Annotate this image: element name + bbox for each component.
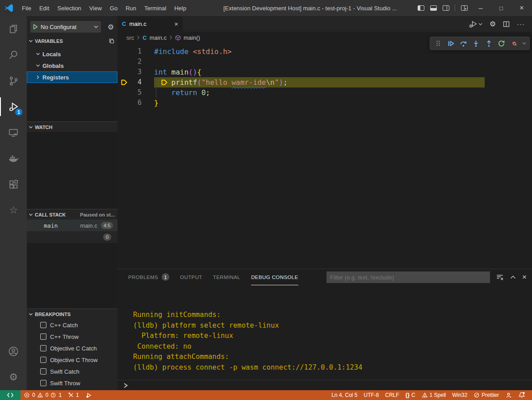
maximize-panel-chevron-icon[interactable]: [510, 275, 516, 279]
step-out-button[interactable]: [483, 38, 494, 49]
menu-help[interactable]: Help: [170, 0, 190, 16]
toggle-panel-icon[interactable]: [427, 0, 440, 16]
debug-session-chevron-icon[interactable]: [521, 42, 527, 45]
restart-button[interactable]: [496, 38, 507, 49]
line-number[interactable]: 1: [117, 46, 142, 57]
debug-status-icon[interactable]: [82, 390, 95, 400]
menu-file[interactable]: File: [18, 0, 35, 16]
step-into-button[interactable]: [470, 38, 482, 49]
code-line[interactable]: 3int main(){: [117, 67, 532, 77]
line-number[interactable]: 2: [117, 57, 142, 67]
filter-input[interactable]: [330, 274, 486, 281]
toggle-sidebar-icon[interactable]: [415, 0, 427, 16]
explorer-icon[interactable]: [0, 16, 27, 42]
split-editor-icon[interactable]: [503, 21, 510, 27]
copy-value-icon[interactable]: [109, 38, 115, 44]
panel-tab-problems[interactable]: PROBLEMS1: [128, 269, 169, 285]
breakpoint-item[interactable]: Objective C Catch: [27, 342, 117, 354]
menu-terminal[interactable]: Terminal: [140, 0, 170, 16]
breadcrumb-symbol[interactable]: main(): [184, 34, 200, 41]
panel-tab-output[interactable]: OUTPUT: [180, 269, 202, 285]
disconnect-button[interactable]: [509, 38, 520, 49]
feedback-icon[interactable]: [502, 392, 515, 399]
search-icon[interactable]: [0, 42, 27, 68]
more-actions-icon[interactable]: ···: [517, 20, 525, 28]
code-line[interactable]: 4 printf("hello wamr-ide\n");: [117, 77, 532, 88]
breakpoint-item[interactable]: Swift Throw: [27, 377, 117, 389]
console-filter-box[interactable]: [327, 271, 490, 283]
breakpoint-checkbox[interactable]: [40, 345, 46, 351]
language-mode[interactable]: {} C: [402, 392, 419, 398]
platform-target[interactable]: Win32: [449, 392, 470, 398]
breakpoint-checkbox[interactable]: [40, 333, 46, 340]
line-number[interactable]: 5: [117, 88, 142, 98]
settings-gear-icon[interactable]: ⚙: [0, 364, 27, 390]
problems-status[interactable]: 0 0 1: [21, 390, 65, 400]
watch-section-header[interactable]: WATCH: [27, 121, 117, 132]
menu-edit[interactable]: Edit: [35, 0, 53, 16]
menu-run[interactable]: Run: [121, 0, 140, 16]
toolbar-grip-icon[interactable]: [432, 38, 444, 49]
menu-go[interactable]: Go: [106, 0, 121, 16]
code-line[interactable]: 2: [117, 57, 532, 67]
formatter-status[interactable]: Prettier: [470, 392, 502, 398]
panel-tab-terminal[interactable]: TERMINAL: [213, 269, 240, 285]
breakpoint-checkbox[interactable]: [40, 357, 46, 363]
breakpoint-item[interactable]: C++ Throw: [27, 331, 117, 342]
account-icon[interactable]: [0, 338, 27, 364]
close-button[interactable]: ×: [511, 0, 532, 16]
cursor-position[interactable]: Ln 4, Col 5: [328, 392, 360, 398]
step-over-button[interactable]: [458, 38, 469, 49]
session-row[interactable]: 0: [27, 231, 117, 243]
breakpoint-item[interactable]: Objective C Throw: [27, 354, 117, 366]
tab-main-c[interactable]: C main.c ×: [117, 16, 183, 32]
close-panel-icon[interactable]: ×: [522, 273, 527, 282]
docker-icon[interactable]: [0, 146, 27, 171]
customize-layout-icon[interactable]: [458, 0, 470, 16]
editor-gear-icon[interactable]: ⚙: [490, 20, 496, 28]
panel-tab-debug-console[interactable]: DEBUG CONSOLE: [251, 269, 298, 285]
line-number[interactable]: 3: [117, 67, 142, 77]
breakpoint-item[interactable]: Swift Catch: [27, 366, 117, 377]
breakpoint-item[interactable]: C++ Catch: [27, 319, 117, 331]
menu-selection[interactable]: Selection: [53, 0, 85, 16]
debug-console-input[interactable]: [117, 380, 532, 390]
extensions-icon[interactable]: [0, 171, 27, 197]
variables-scope-globals[interactable]: Globals: [27, 60, 117, 71]
variables-scope-locals[interactable]: Locals: [27, 48, 117, 60]
stack-frame-row[interactable]: main main.c 4:5: [27, 220, 117, 231]
run-or-debug-button[interactable]: ⚙: [471, 21, 482, 27]
clear-console-icon[interactable]: [496, 274, 504, 281]
tab-close-icon[interactable]: ×: [174, 20, 178, 28]
variables-scope-registers[interactable]: Registers: [27, 71, 117, 83]
breakpoint-checkbox[interactable]: [40, 368, 46, 375]
breakpoint-checkbox[interactable]: [40, 322, 46, 328]
code-editor[interactable]: 1#include <stdio.h>23int main(){4 printf…: [117, 43, 532, 269]
notifications-bell-icon[interactable]: [515, 392, 528, 399]
menu-view[interactable]: View: [85, 0, 106, 16]
minimize-button[interactable]: ─: [470, 0, 491, 16]
variables-section-header[interactable]: VARIABLES: [27, 36, 117, 46]
encoding[interactable]: UTF-8: [360, 392, 382, 398]
eol-sequence[interactable]: CRLF: [382, 392, 402, 398]
favorites-star-icon[interactable]: ☆: [0, 197, 27, 223]
toolchain-status[interactable]: 1: [65, 390, 82, 400]
breakpoints-section-header[interactable]: BREAKPOINTS: [27, 308, 117, 319]
breakpoint-checkbox[interactable]: [40, 380, 46, 386]
code-line[interactable]: 6}: [117, 98, 532, 108]
remote-explorer-icon[interactable]: [0, 120, 27, 146]
maximize-button[interactable]: □: [491, 0, 511, 16]
toggle-secondary-sidebar-icon[interactable]: [440, 0, 452, 16]
line-number[interactable]: 6: [117, 98, 142, 108]
call-stack-section-header[interactable]: CALL STACK Paused on st...: [27, 209, 117, 220]
launch-config-dropdown[interactable]: No Configurat: [30, 21, 101, 33]
breadcrumb-file[interactable]: main.c: [150, 34, 167, 41]
breadcrumb-folder[interactable]: src: [126, 34, 134, 41]
run-and-debug-icon[interactable]: 1: [0, 94, 27, 120]
code-line[interactable]: 5 return 0;: [117, 88, 532, 98]
spell-checker-status[interactable]: 1 Spell: [419, 392, 449, 398]
remote-indicator[interactable]: [0, 390, 21, 400]
line-number[interactable]: 4: [117, 77, 142, 88]
launch-json-gear-icon[interactable]: ⚙: [108, 23, 115, 31]
continue-button[interactable]: [445, 38, 456, 49]
